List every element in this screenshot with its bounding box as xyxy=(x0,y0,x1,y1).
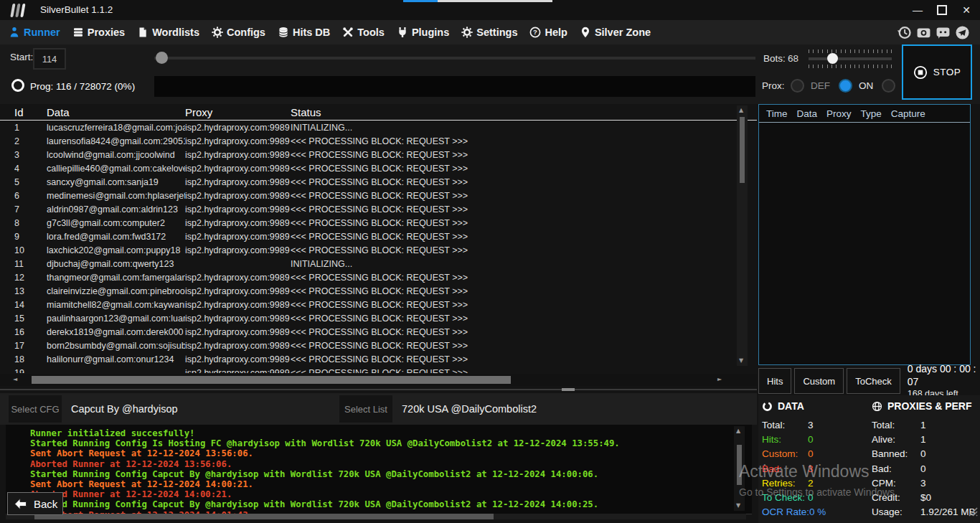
scroll-up-icon[interactable]: ▲ xyxy=(739,108,743,113)
maximize-button[interactable] xyxy=(930,0,954,20)
table-row[interactable]: 15paulinhaargon123@gmail.com:luanisp2.hy… xyxy=(0,311,757,325)
elapsed-time: 0 days 00 : 00 : 07 xyxy=(908,362,978,388)
history-icon[interactable] xyxy=(897,25,912,40)
nav-item-settings[interactable]: Settings xyxy=(461,27,517,38)
select-config-button[interactable]: Select CFG xyxy=(9,395,62,423)
cell-proxy: isp2.hydraproxy.com:9989 xyxy=(185,300,291,310)
table-row[interactable]: 1lucascruzferreira18@gmail.com:joacisp2.… xyxy=(0,121,757,134)
table-row[interactable]: 16derekx1819@gmail.com:derek000isp2.hydr… xyxy=(0,325,757,339)
prox-radio-label: ON xyxy=(859,80,873,91)
table-row[interactable]: 10laxchick202@gmail.com:puppy18isp2.hydr… xyxy=(0,243,757,257)
cell-proxy: isp2.hydraproxy.com:9989 xyxy=(185,232,291,242)
capture-header: TimeDataProxyTypeCapture xyxy=(759,105,970,123)
cell-id: 11 xyxy=(14,259,47,269)
log-line: Sent Abort Request at 12-12-2024 14:00:2… xyxy=(6,479,752,489)
table-row[interactable]: 3lcoolwind@gmail.com:jjcoolwindisp2.hydr… xyxy=(0,148,757,161)
nav-item-runner[interactable]: Runner xyxy=(9,27,60,38)
prox-radio-on[interactable] xyxy=(839,79,852,93)
scrollbar-thumb[interactable] xyxy=(32,376,511,384)
slider-thumb[interactable] xyxy=(156,52,168,64)
slider-track xyxy=(154,57,755,60)
cell-status: <<< PROCESSING BLOCK: REQUEST >>> xyxy=(291,245,757,255)
results-header: IdDataProxyStatus xyxy=(0,104,757,121)
nav-item-plugins[interactable]: Plugins xyxy=(397,27,449,38)
nav-item-help[interactable]: ?Help xyxy=(529,27,567,38)
slider-thumb[interactable] xyxy=(827,53,838,64)
cell-proxy: isp2.hydraproxy.com:9989 xyxy=(185,314,291,324)
stat-value: 3 xyxy=(808,420,814,430)
prox-radio-off[interactable] xyxy=(882,79,895,93)
cell-proxy: isp2.hydraproxy.com:9989 xyxy=(185,286,291,296)
cell-id: 14 xyxy=(14,300,47,310)
telegram-icon[interactable] xyxy=(955,25,970,40)
table-row[interactable]: 18halilonurr@gmail.com:onur1234isp2.hydr… xyxy=(0,352,757,366)
log-line: Aborted Runner at 12-12-2024 13:56:06. xyxy=(6,459,752,469)
nav-item-silver-zone[interactable]: Silver Zone xyxy=(580,27,651,38)
panel-splitter[interactable] xyxy=(0,388,757,391)
nav-item-hits-db[interactable]: Hits DB xyxy=(278,27,330,38)
stop-button[interactable]: STOP xyxy=(902,44,972,100)
capture-column-proxy[interactable]: Proxy xyxy=(826,108,852,119)
runner-icon xyxy=(9,27,20,38)
scrollbar-thumb[interactable] xyxy=(740,117,745,183)
log-horizontal-scrollbar[interactable] xyxy=(6,514,746,519)
cell-status: INITIALIZING... xyxy=(291,123,757,133)
camera-icon[interactable] xyxy=(916,25,931,40)
capture-column-time[interactable]: Time xyxy=(766,108,788,119)
table-row[interactable]: 12thangmeor@gmail.com:famergalanisp2.hyd… xyxy=(0,270,757,284)
nav-item-tools[interactable]: Tools xyxy=(342,27,385,38)
scroll-right-icon[interactable]: ► xyxy=(717,377,722,382)
table-row[interactable]: 4calliepillie460@gmail.com:cakeloverisp2… xyxy=(0,161,757,175)
discord-icon[interactable] xyxy=(936,25,951,40)
nav-item-configs[interactable]: Configs xyxy=(212,27,265,38)
column-header-id[interactable]: Id xyxy=(14,106,47,118)
scrollbar-thumb[interactable] xyxy=(34,514,494,519)
column-header-data[interactable]: Data xyxy=(47,106,185,118)
column-header-proxy[interactable]: Proxy xyxy=(185,106,291,118)
capture-column-data[interactable]: Data xyxy=(797,108,818,119)
results-horizontal-scrollbar[interactable]: ◄ ► xyxy=(0,374,757,386)
prox-radio-def[interactable] xyxy=(791,79,804,93)
capture-column-type[interactable]: Type xyxy=(861,108,882,119)
scroll-down-icon[interactable]: ▼ xyxy=(736,503,740,509)
help-icon: ? xyxy=(529,27,541,38)
table-row[interactable]: 5sancxy@gmail.com:sanja19isp2.hydraproxy… xyxy=(0,175,757,189)
table-row[interactable]: 7aldrin0987@gmail.com:aldrin123isp2.hydr… xyxy=(0,202,757,216)
select-wordlist-button[interactable]: Select List xyxy=(339,395,392,423)
tab-custom[interactable]: Custom xyxy=(794,368,844,394)
results-vertical-scrollbar[interactable]: ▲ ▼ xyxy=(737,105,748,366)
scroll-up-icon[interactable]: ▲ xyxy=(736,428,740,434)
close-button[interactable]: ✕ xyxy=(954,0,979,20)
table-row[interactable]: 11djbuchaj@gmail.com:qwerty123INITIALIZI… xyxy=(0,257,757,270)
table-row[interactable]: 19isp2.hydraproxy.com:9989<<< PROCESSING… xyxy=(0,366,757,373)
nav-item-proxies[interactable]: Proxies xyxy=(72,27,125,38)
tab-hits[interactable]: Hits xyxy=(758,368,791,394)
minimize-button[interactable]: — xyxy=(905,0,930,20)
data-stats-rows: Total:3Hits:0Custom:0Bad:3Retries:2To Ch… xyxy=(762,418,868,519)
progress-bar xyxy=(154,76,755,97)
table-row[interactable]: 2laurensofia8424@gmail.com:290512isp2.hy… xyxy=(0,134,757,148)
column-header-status[interactable]: Status xyxy=(291,106,757,118)
table-row[interactable]: 8g7c3ll@gmail.com:computer2isp2.hydrapro… xyxy=(0,216,757,230)
back-button[interactable]: Back xyxy=(7,492,63,515)
table-row[interactable]: 13claireinvizzie@gmail.com:pinebrookisp2… xyxy=(0,284,757,298)
cell-data: lora.fred@gmail.com:fwd3172 xyxy=(47,232,185,242)
table-row[interactable]: 6medinemesi@gmail.com:hplaserjetisp2.hyd… xyxy=(0,189,757,202)
tab-tocheck[interactable]: ToCheck xyxy=(847,368,900,394)
bots-slider[interactable] xyxy=(809,50,892,68)
scroll-left-icon[interactable]: ◄ xyxy=(13,377,17,382)
cell-status: <<< PROCESSING BLOCK: REQUEST >>> xyxy=(291,368,757,374)
nav-item-label: Proxies xyxy=(88,27,125,38)
table-row[interactable]: 14miamitchell82@gmail.com:kaywannisp2.hy… xyxy=(0,298,757,311)
start-position-slider[interactable] xyxy=(154,52,755,65)
scrollbar-thumb[interactable] xyxy=(737,445,742,485)
nav-item-wordlists[interactable]: Wordlists xyxy=(137,27,199,38)
start-input[interactable] xyxy=(33,48,66,70)
capture-column-capture[interactable]: Capture xyxy=(891,108,925,119)
table-row[interactable]: 17born2bsumbdy@gmail.com:sojisubisp2.hyd… xyxy=(0,339,757,352)
resize-grip[interactable] xyxy=(968,506,978,519)
log-vertical-scrollbar[interactable]: ▲ ▼ xyxy=(734,426,745,511)
scroll-down-icon[interactable]: ▼ xyxy=(739,358,743,364)
table-row[interactable]: 9lora.fred@gmail.com:fwd3172isp2.hydrapr… xyxy=(0,230,757,243)
splitter-handle[interactable] xyxy=(562,388,575,391)
